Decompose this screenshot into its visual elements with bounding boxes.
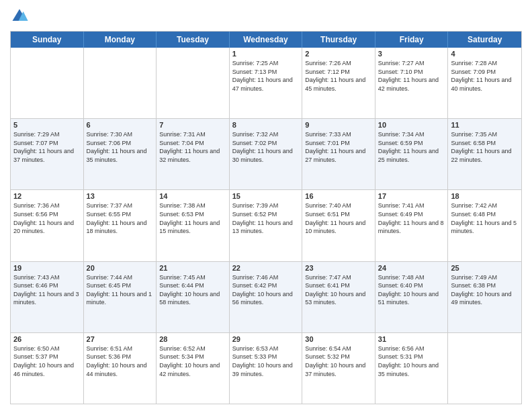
day-info-6: Sunrise: 7:30 AM Sunset: 7:06 PM Dayligh…: [87, 130, 154, 164]
empty-cell: [448, 333, 521, 404]
day-number-8: 8: [232, 121, 300, 129]
day-number-7: 7: [159, 121, 226, 129]
day-number-23: 23: [305, 264, 372, 272]
day-number-24: 24: [378, 264, 445, 272]
weekday-header-tuesday: Tuesday: [157, 32, 230, 48]
calendar-row-3: 19Sunrise: 7:43 AM Sunset: 6:46 PM Dayli…: [11, 261, 521, 332]
day-cell-18: 18Sunrise: 7:42 AM Sunset: 6:48 PM Dayli…: [448, 190, 521, 261]
day-info-16: Sunrise: 7:40 AM Sunset: 6:51 PM Dayligh…: [305, 201, 372, 235]
day-info-28: Sunrise: 6:52 AM Sunset: 5:34 PM Dayligh…: [159, 345, 226, 378]
day-number-31: 31: [378, 335, 445, 343]
day-cell-19: 19Sunrise: 7:43 AM Sunset: 6:46 PM Dayli…: [11, 262, 84, 332]
day-cell-26: 26Sunrise: 6:50 AM Sunset: 5:37 PM Dayli…: [11, 333, 84, 404]
header: [10, 7, 522, 26]
day-cell-4: 4Sunrise: 7:28 AM Sunset: 7:09 PM Daylig…: [448, 48, 521, 118]
day-number-6: 6: [87, 121, 154, 129]
day-number-30: 30: [305, 335, 372, 343]
day-info-20: Sunrise: 7:44 AM Sunset: 6:45 PM Dayligh…: [87, 273, 154, 307]
day-info-7: Sunrise: 7:31 AM Sunset: 7:04 PM Dayligh…: [159, 130, 226, 164]
day-cell-22: 22Sunrise: 7:46 AM Sunset: 6:42 PM Dayli…: [230, 262, 303, 332]
calendar-body: 1Sunrise: 7:25 AM Sunset: 7:13 PM Daylig…: [11, 48, 521, 404]
day-number-26: 26: [13, 335, 81, 343]
day-cell-7: 7Sunrise: 7:31 AM Sunset: 7:04 PM Daylig…: [157, 119, 230, 189]
empty-cell: [157, 48, 230, 118]
day-number-11: 11: [451, 121, 519, 129]
day-cell-14: 14Sunrise: 7:38 AM Sunset: 6:53 PM Dayli…: [157, 190, 230, 261]
day-info-22: Sunrise: 7:46 AM Sunset: 6:42 PM Dayligh…: [232, 273, 300, 307]
day-cell-16: 16Sunrise: 7:40 AM Sunset: 6:51 PM Dayli…: [302, 190, 375, 261]
day-info-5: Sunrise: 7:29 AM Sunset: 7:07 PM Dayligh…: [13, 130, 81, 164]
day-cell-17: 17Sunrise: 7:41 AM Sunset: 6:49 PM Dayli…: [375, 190, 449, 261]
day-number-10: 10: [378, 121, 445, 129]
calendar-row-4: 26Sunrise: 6:50 AM Sunset: 5:37 PM Dayli…: [11, 332, 521, 404]
day-info-24: Sunrise: 7:48 AM Sunset: 6:40 PM Dayligh…: [378, 273, 445, 307]
day-number-14: 14: [159, 192, 226, 200]
day-cell-27: 27Sunrise: 6:51 AM Sunset: 5:36 PM Dayli…: [84, 333, 157, 404]
day-cell-6: 6Sunrise: 7:30 AM Sunset: 7:06 PM Daylig…: [84, 119, 157, 189]
day-number-21: 21: [159, 264, 226, 272]
weekday-header-wednesday: Wednesday: [230, 32, 303, 48]
day-cell-11: 11Sunrise: 7:35 AM Sunset: 6:58 PM Dayli…: [448, 119, 521, 189]
day-info-4: Sunrise: 7:28 AM Sunset: 7:09 PM Dayligh…: [451, 59, 519, 93]
day-info-9: Sunrise: 7:33 AM Sunset: 7:01 PM Dayligh…: [305, 130, 372, 164]
day-number-1: 1: [232, 50, 300, 58]
day-number-9: 9: [305, 121, 372, 129]
day-number-19: 19: [13, 264, 81, 272]
day-cell-15: 15Sunrise: 7:39 AM Sunset: 6:52 PM Dayli…: [230, 190, 303, 261]
day-info-15: Sunrise: 7:39 AM Sunset: 6:52 PM Dayligh…: [232, 201, 300, 235]
day-info-23: Sunrise: 7:47 AM Sunset: 6:41 PM Dayligh…: [305, 273, 372, 307]
day-cell-24: 24Sunrise: 7:48 AM Sunset: 6:40 PM Dayli…: [375, 262, 449, 332]
day-cell-28: 28Sunrise: 6:52 AM Sunset: 5:34 PM Dayli…: [157, 333, 230, 404]
day-cell-10: 10Sunrise: 7:34 AM Sunset: 6:59 PM Dayli…: [375, 119, 449, 189]
day-number-27: 27: [87, 335, 154, 343]
day-cell-3: 3Sunrise: 7:27 AM Sunset: 7:10 PM Daylig…: [375, 48, 449, 118]
calendar-row-0: 1Sunrise: 7:25 AM Sunset: 7:13 PM Daylig…: [11, 48, 521, 118]
page: SundayMondayTuesdayWednesdayThursdayFrid…: [0, 0, 532, 411]
day-cell-13: 13Sunrise: 7:37 AM Sunset: 6:55 PM Dayli…: [84, 190, 157, 261]
day-info-19: Sunrise: 7:43 AM Sunset: 6:46 PM Dayligh…: [13, 273, 81, 307]
day-info-25: Sunrise: 7:49 AM Sunset: 6:38 PM Dayligh…: [451, 273, 519, 307]
day-info-3: Sunrise: 7:27 AM Sunset: 7:10 PM Dayligh…: [378, 59, 445, 93]
day-info-30: Sunrise: 6:54 AM Sunset: 5:32 PM Dayligh…: [305, 345, 372, 378]
day-cell-2: 2Sunrise: 7:26 AM Sunset: 7:12 PM Daylig…: [302, 48, 375, 118]
logo: [10, 7, 32, 26]
day-cell-25: 25Sunrise: 7:49 AM Sunset: 6:38 PM Dayli…: [448, 262, 521, 332]
weekday-header-friday: Friday: [375, 32, 449, 48]
day-info-14: Sunrise: 7:38 AM Sunset: 6:53 PM Dayligh…: [159, 201, 226, 235]
logo-icon: [10, 7, 29, 26]
day-cell-20: 20Sunrise: 7:44 AM Sunset: 6:45 PM Dayli…: [84, 262, 157, 332]
weekday-header-monday: Monday: [84, 32, 157, 48]
day-cell-30: 30Sunrise: 6:54 AM Sunset: 5:32 PM Dayli…: [302, 333, 375, 404]
day-info-13: Sunrise: 7:37 AM Sunset: 6:55 PM Dayligh…: [87, 201, 154, 235]
day-info-12: Sunrise: 7:36 AM Sunset: 6:56 PM Dayligh…: [13, 201, 81, 235]
day-number-5: 5: [13, 121, 81, 129]
day-cell-29: 29Sunrise: 6:53 AM Sunset: 5:33 PM Dayli…: [230, 333, 303, 404]
calendar-row-1: 5Sunrise: 7:29 AM Sunset: 7:07 PM Daylig…: [11, 118, 521, 189]
day-info-26: Sunrise: 6:50 AM Sunset: 5:37 PM Dayligh…: [13, 345, 81, 378]
day-number-13: 13: [87, 192, 154, 200]
empty-cell: [84, 48, 157, 118]
weekday-header-saturday: Saturday: [448, 32, 521, 48]
day-number-17: 17: [378, 192, 445, 200]
day-info-1: Sunrise: 7:25 AM Sunset: 7:13 PM Dayligh…: [232, 59, 300, 93]
day-info-29: Sunrise: 6:53 AM Sunset: 5:33 PM Dayligh…: [232, 345, 300, 378]
day-number-12: 12: [13, 192, 81, 200]
day-info-17: Sunrise: 7:41 AM Sunset: 6:49 PM Dayligh…: [378, 201, 445, 235]
day-info-27: Sunrise: 6:51 AM Sunset: 5:36 PM Dayligh…: [87, 345, 154, 378]
day-info-18: Sunrise: 7:42 AM Sunset: 6:48 PM Dayligh…: [451, 201, 519, 235]
day-cell-1: 1Sunrise: 7:25 AM Sunset: 7:13 PM Daylig…: [230, 48, 303, 118]
calendar-row-2: 12Sunrise: 7:36 AM Sunset: 6:56 PM Dayli…: [11, 189, 521, 261]
day-number-28: 28: [159, 335, 226, 343]
day-number-15: 15: [232, 192, 300, 200]
day-info-31: Sunrise: 6:56 AM Sunset: 5:31 PM Dayligh…: [378, 345, 445, 378]
day-number-18: 18: [451, 192, 519, 200]
day-cell-12: 12Sunrise: 7:36 AM Sunset: 6:56 PM Dayli…: [11, 190, 84, 261]
day-cell-5: 5Sunrise: 7:29 AM Sunset: 7:07 PM Daylig…: [11, 119, 84, 189]
day-number-16: 16: [305, 192, 372, 200]
day-number-29: 29: [232, 335, 300, 343]
day-number-20: 20: [87, 264, 154, 272]
day-number-25: 25: [451, 264, 519, 272]
day-info-21: Sunrise: 7:45 AM Sunset: 6:44 PM Dayligh…: [159, 273, 226, 307]
day-cell-8: 8Sunrise: 7:32 AM Sunset: 7:02 PM Daylig…: [230, 119, 303, 189]
day-number-22: 22: [232, 264, 300, 272]
